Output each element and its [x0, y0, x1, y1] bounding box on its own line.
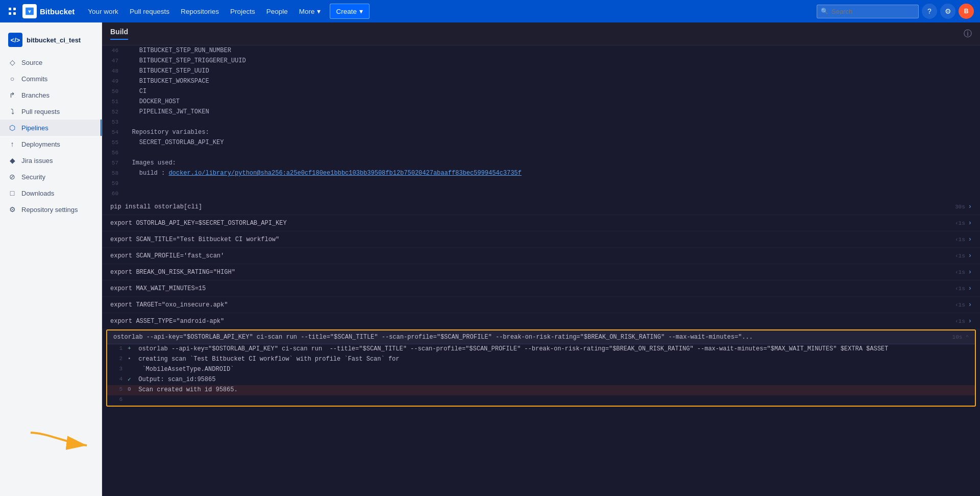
chevron-down-icon: ▾	[359, 7, 363, 15]
command-line[interactable]: pip install ostorlab[cli]30s›	[102, 199, 980, 215]
grid-icon[interactable]	[6, 5, 18, 17]
highlighted-meta: 10s ⌃	[952, 334, 969, 341]
highlighted-line: 2• creating scan `Test Bitbucket CI work…	[107, 355, 975, 365]
line-content: BITBUCKET_WORKSPACE	[125, 78, 976, 85]
command-text: export MAX_WAIT_MINUTES=15	[110, 285, 955, 292]
duration-label: 30s	[955, 204, 965, 210]
line-content: DOCKER_HOST	[125, 98, 976, 105]
hl-line-content: ostorlab --api-key="$OSTORLAB_API_KEY" c…	[135, 345, 971, 353]
hl-line-number: 2	[111, 356, 128, 364]
line-number: 47	[106, 58, 125, 64]
expand-icon[interactable]: ›	[968, 252, 972, 259]
create-button[interactable]: Create ▾	[330, 4, 370, 19]
branches-icon: ↱	[8, 91, 16, 99]
build-header: Build ⓘ	[102, 22, 980, 45]
topnav-right-section: 🔍 ? ⚙ B	[817, 4, 974, 19]
expand-icon[interactable]: ›	[968, 236, 972, 243]
command-line[interactable]: export MAX_WAIT_MINUTES=15‹1s›	[102, 280, 980, 297]
nav-people[interactable]: People	[261, 5, 293, 18]
code-line: 59	[102, 178, 980, 188]
line-number: 57	[106, 160, 125, 166]
sidebar-item-security[interactable]: ⊘ Security	[0, 169, 102, 185]
sidebar-repo[interactable]: </> bitbucket_ci_test	[0, 29, 102, 54]
code-line: 58 build : docker.io/library/python@sha2…	[102, 168, 980, 178]
duration-label: ‹1s	[955, 286, 965, 292]
expand-icon[interactable]: ›	[968, 318, 972, 325]
line-content: CI	[125, 88, 976, 95]
sidebar-item-pipelines[interactable]: ⬡ Pipelines	[0, 120, 102, 136]
command-text: export SCAN_TITLE="Test Bitbucket CI wor…	[110, 236, 955, 243]
nav-pull-requests[interactable]: Pull requests	[125, 5, 175, 18]
sidebar-item-source[interactable]: ◇ Source	[0, 54, 102, 70]
code-line: 52 PIPELINES_JWT_TOKEN	[102, 107, 980, 117]
nav-your-work[interactable]: Your work	[83, 5, 124, 18]
line-content: build : docker.io/library/python@sha256:…	[125, 170, 976, 177]
code-line: 46 BITBUCKET_STEP_RUN_NUMBER	[102, 45, 980, 56]
expand-icon[interactable]: ›	[968, 203, 972, 210]
build-tab[interactable]: Build	[110, 28, 128, 40]
downloads-icon: □	[8, 189, 16, 197]
command-line[interactable]: export OSTORLAB_API_KEY=$SECRET_OSTORLAB…	[102, 215, 980, 231]
expand-icon[interactable]: ›	[968, 285, 972, 292]
docker-image-link[interactable]: docker.io/library/python@sha256:a25e0cf1…	[168, 170, 521, 177]
help-icon[interactable]: ?	[922, 4, 937, 19]
code-line: 51 DOCKER_HOST	[102, 97, 980, 107]
command-line[interactable]: export TARGET="oxo_insecure.apk"‹1s›	[102, 297, 980, 313]
logo-icon	[22, 4, 37, 18]
command-line[interactable]: export BREAK_ON_RISK_RATING="HIGH"‹1s›	[102, 264, 980, 280]
nav-more[interactable]: More ▾	[294, 4, 326, 18]
line-number: 55	[106, 139, 125, 146]
command-meta: ‹1s›	[955, 269, 972, 276]
collapse-icon[interactable]: ⌃	[965, 334, 969, 341]
command-text: pip install ostorlab[cli]	[110, 203, 955, 210]
command-meta: ‹1s›	[955, 301, 972, 309]
duration-label: ‹1s	[955, 269, 965, 275]
expand-icon[interactable]: ›	[968, 220, 972, 227]
nav-repositories[interactable]: Repositories	[176, 5, 224, 18]
main-content: Build ⓘ 46 BITBUCKET_STEP_RUN_NUMBER47 B…	[102, 22, 980, 496]
pipelines-icon: ⬡	[8, 124, 16, 132]
sidebar-item-branches[interactable]: ↱ Branches	[0, 87, 102, 103]
sidebar-item-deployments[interactable]: ↑ Deployments	[0, 136, 102, 152]
nav-projects[interactable]: Projects	[225, 5, 260, 18]
security-icon: ⊘	[8, 173, 16, 181]
line-number: 53	[106, 119, 125, 125]
command-meta: ‹1s›	[955, 252, 972, 259]
command-text: export ASSET_TYPE="android-apk"	[110, 318, 955, 325]
sidebar-item-downloads[interactable]: □ Downloads	[0, 185, 102, 201]
command-line[interactable]: export ASSET_TYPE="android-apk"‹1s›	[102, 313, 980, 329]
line-content: PIPELINES_JWT_TOKEN	[125, 108, 976, 115]
line-number: 58	[106, 170, 125, 176]
sidebar-item-jira-issues[interactable]: ◆ Jira issues	[0, 152, 102, 169]
hl-line-content: creating scan `Test Bitbucket CI workflo…	[135, 356, 971, 364]
expand-icon[interactable]: ›	[968, 269, 972, 276]
duration-label: ‹1s	[955, 253, 965, 259]
line-number: 48	[106, 68, 125, 74]
code-area[interactable]: 46 BITBUCKET_STEP_RUN_NUMBER47 BITBUCKET…	[102, 45, 980, 496]
line-content: BITBUCKET_STEP_UUID	[125, 67, 976, 75]
settings-icon[interactable]: ⚙	[940, 4, 955, 19]
hl-line-content: Scan created with id 95865.	[135, 386, 971, 394]
bitbucket-logo[interactable]: Bitbucket	[22, 4, 75, 18]
sidebar-item-commits[interactable]: ○ Commits	[0, 70, 102, 87]
numbered-lines-section: 46 BITBUCKET_STEP_RUN_NUMBER47 BITBUCKET…	[102, 45, 980, 199]
highlighted-section: ostorlab --api-key="$OSTORLAB_API_KEY" c…	[106, 329, 976, 407]
avatar[interactable]: B	[959, 4, 974, 19]
search-input[interactable]	[817, 5, 919, 18]
command-line[interactable]: export SCAN_PROFILE='fast_scan'‹1s›	[102, 248, 980, 264]
highlighted-line: 4✓ Output: scan_id:95865	[107, 375, 975, 385]
line-content: Images used:	[125, 159, 976, 167]
sidebar-item-pull-requests[interactable]: ⤵ Pull requests	[0, 103, 102, 120]
highlighted-header[interactable]: ostorlab --api-key="$OSTORLAB_API_KEY" c…	[107, 330, 975, 344]
svg-rect-1	[13, 8, 16, 10]
hl-line-indicator: 0	[128, 386, 135, 394]
sidebar-item-repo-settings[interactable]: ⚙ Repository settings	[0, 201, 102, 218]
code-line: 48 BITBUCKET_STEP_UUID	[102, 66, 980, 76]
info-icon[interactable]: ⓘ	[964, 29, 972, 39]
hl-line-number: 3	[111, 366, 128, 374]
search-wrapper: 🔍	[817, 5, 919, 18]
expand-icon[interactable]: ›	[968, 301, 972, 309]
command-line[interactable]: export SCAN_TITLE="Test Bitbucket CI wor…	[102, 231, 980, 248]
jira-icon: ◆	[8, 156, 16, 164]
duration-label: ‹1s	[955, 237, 965, 243]
